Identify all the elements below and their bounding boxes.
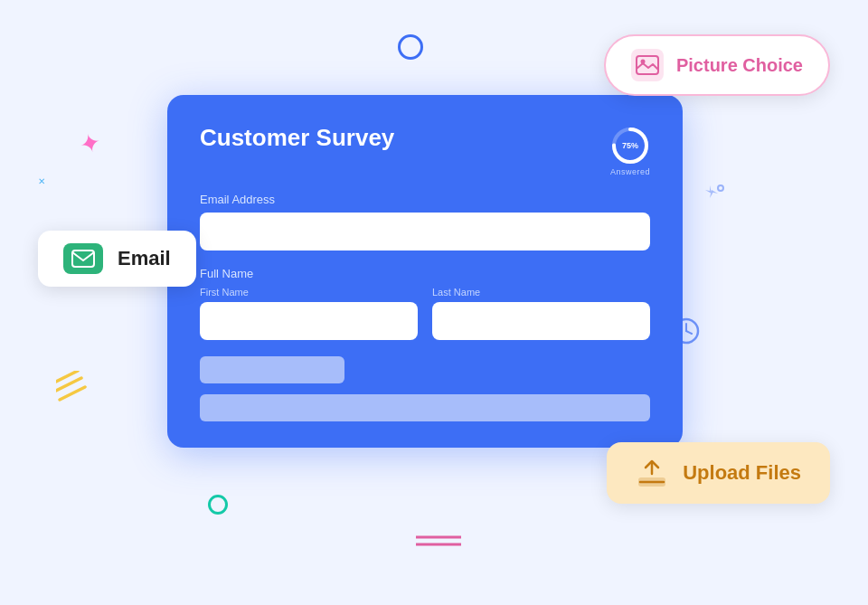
name-row: First Name Last Name	[200, 287, 650, 340]
deco-top-circle	[398, 34, 423, 60]
email-badge[interactable]: Email	[38, 231, 196, 287]
long-field-placeholder	[200, 394, 650, 421]
deco-bottom-lines	[416, 534, 461, 551]
svg-rect-9	[478, 213, 505, 240]
upload-files-label: Upload Files	[683, 461, 801, 485]
progress-ring-svg: 75%	[610, 126, 650, 165]
card-deco-icon	[477, 213, 506, 245]
last-name-group: Last Name	[432, 287, 650, 340]
svg-line-1	[56, 371, 78, 382]
upload-files-badge[interactable]: Upload Files	[607, 442, 830, 504]
deco-yellow-lines	[56, 371, 88, 406]
picture-choice-label: Picture Choice	[676, 55, 803, 76]
picture-choice-icon	[636, 55, 659, 75]
picture-choice-badge[interactable]: Picture Choice	[604, 34, 830, 96]
deco-teal-circle	[208, 495, 228, 515]
email-input[interactable]	[200, 213, 650, 251]
svg-line-3	[60, 387, 85, 400]
full-name-section: Full Name First Name Last Name	[200, 267, 650, 340]
deco-sparkle	[701, 181, 728, 213]
svg-rect-13	[72, 251, 94, 267]
first-name-label: First Name	[200, 287, 418, 298]
svg-text:75%: 75%	[622, 141, 638, 150]
upload-icon-wrap	[636, 457, 668, 489]
email-field-group: Email Address	[200, 193, 650, 267]
card-header: Customer Survey 75% Answered	[200, 124, 650, 176]
survey-card: Customer Survey 75% Answered Email Addre…	[167, 95, 683, 448]
progress-label: Answered	[610, 167, 650, 176]
email-icon	[71, 250, 95, 268]
email-field-label: Email Address	[200, 193, 650, 206]
survey-title: Customer Survey	[200, 124, 394, 152]
short-field-placeholder	[200, 356, 344, 383]
upload-icon	[637, 458, 667, 488]
last-name-input[interactable]	[432, 302, 650, 340]
full-name-label: Full Name	[200, 267, 650, 280]
svg-line-6	[686, 331, 692, 334]
svg-point-0	[718, 185, 723, 191]
email-badge-label: Email	[118, 247, 171, 270]
email-icon-wrap	[63, 243, 103, 274]
last-name-label: Last Name	[432, 287, 650, 298]
svg-line-2	[56, 378, 81, 391]
deco-dots: ✕	[38, 176, 45, 186]
first-name-input[interactable]	[200, 302, 418, 340]
star-decoration: ✦	[76, 127, 104, 161]
picture-icon-wrap	[631, 49, 664, 81]
first-name-group: First Name	[200, 287, 418, 340]
progress-indicator: 75% Answered	[610, 126, 650, 176]
